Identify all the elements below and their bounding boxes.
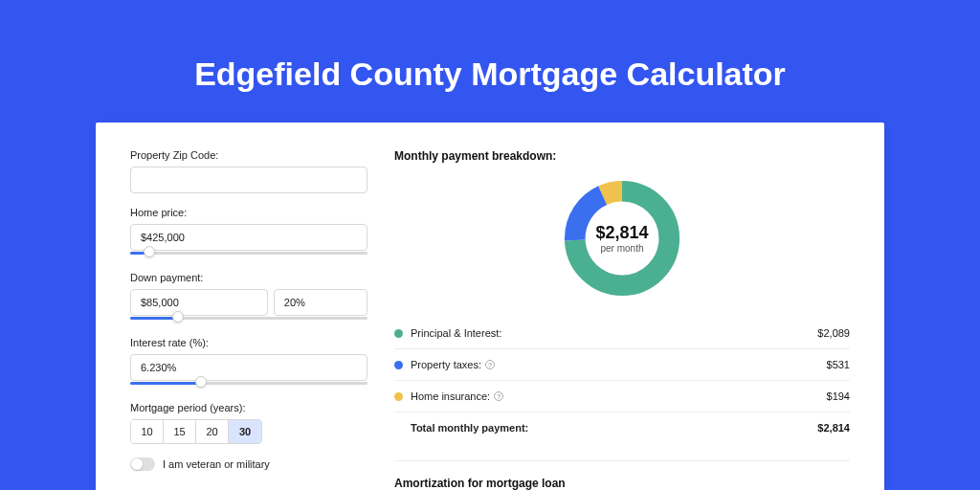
legend-name: Home insurance: ? — [411, 390, 827, 402]
slider-fill — [130, 317, 178, 320]
slider-thumb[interactable] — [144, 246, 155, 257]
legend-dot — [394, 361, 403, 369]
period-opt-30[interactable]: 30 — [229, 420, 261, 443]
slider-fill — [130, 382, 201, 385]
toggle-veteran[interactable] — [130, 457, 155, 471]
legend-row-insurance: Home insurance: ? $194 — [394, 381, 850, 412]
field-price: Home price: $425,000 — [130, 207, 368, 258]
legend-name: Total monthly payment: — [411, 422, 817, 434]
label-period: Mortgage period (years): — [130, 402, 368, 413]
legend-value: $2,814 — [817, 422, 850, 434]
label-down: Down payment: — [130, 272, 368, 283]
field-period: Mortgage period (years): 10 15 20 30 — [130, 402, 368, 444]
amortization-title: Amortization for mortgage loan — [394, 477, 850, 490]
input-rate[interactable]: 6.230% — [130, 354, 368, 381]
field-zip: Property Zip Code: — [130, 149, 368, 193]
label-veteran: I am veteran or military — [163, 458, 270, 470]
calculator-card: Property Zip Code: Home price: $425,000 … — [96, 122, 884, 490]
label-zip: Property Zip Code: — [130, 149, 368, 161]
donut-chart: $2,814 per month — [394, 176, 850, 301]
input-down-pct[interactable]: 20% — [274, 289, 368, 316]
input-zip[interactable] — [130, 167, 368, 193]
legend-value: $531 — [827, 359, 850, 370]
field-rate: Interest rate (%): 6.230% — [130, 337, 368, 389]
slider-rate[interactable] — [130, 379, 368, 389]
slider-price[interactable] — [130, 249, 368, 258]
slider-thumb[interactable] — [195, 376, 207, 388]
legend-value: $2,089 — [817, 327, 850, 339]
field-down: Down payment: $85,000 20% — [130, 272, 368, 323]
field-veteran: I am veteran or military — [130, 457, 368, 471]
breakdown-title: Monthly payment breakdown: — [394, 149, 850, 163]
legend-name: Property taxes: ? — [411, 359, 827, 370]
input-down-amount[interactable]: $85,000 — [130, 289, 268, 316]
label-price: Home price: — [130, 207, 368, 218]
period-opt-15[interactable]: 15 — [164, 420, 196, 443]
page-title: Edgefield County Mortgage Calculator — [0, 56, 980, 93]
amortization-section: Amortization for mortgage loan Amortizat… — [394, 460, 850, 490]
legend: Principal & Interest: $2,089 Property ta… — [394, 318, 850, 443]
label-rate: Interest rate (%): — [130, 337, 368, 348]
legend-row-taxes: Property taxes: ? $531 — [394, 349, 850, 381]
breakdown-panel: Monthly payment breakdown: $2,814 per mo… — [394, 149, 850, 490]
info-icon[interactable]: ? — [494, 391, 503, 401]
slider-down[interactable] — [130, 314, 368, 323]
form-panel: Property Zip Code: Home price: $425,000 … — [130, 149, 368, 490]
legend-row-total: Total monthly payment: $2,814 — [394, 412, 850, 443]
slider-thumb[interactable] — [172, 311, 184, 323]
legend-dot — [394, 329, 403, 338]
period-opt-10[interactable]: 10 — [131, 420, 164, 443]
legend-row-principal: Principal & Interest: $2,089 — [394, 318, 850, 349]
period-opt-20[interactable]: 20 — [196, 420, 229, 443]
legend-value: $194 — [827, 390, 850, 402]
info-icon[interactable]: ? — [485, 360, 495, 369]
page-background: Edgefield County Mortgage Calculator Pro… — [0, 0, 980, 490]
slider-track — [130, 252, 368, 255]
legend-name: Principal & Interest: — [411, 327, 817, 339]
period-options: 10 15 20 30 — [130, 419, 262, 444]
donut-center: $2,814 per month — [560, 176, 684, 301]
input-price[interactable]: $425,000 — [130, 224, 368, 251]
legend-dot — [394, 392, 403, 401]
donut-value: $2,814 — [595, 223, 648, 243]
donut-sub: per month — [600, 243, 643, 254]
